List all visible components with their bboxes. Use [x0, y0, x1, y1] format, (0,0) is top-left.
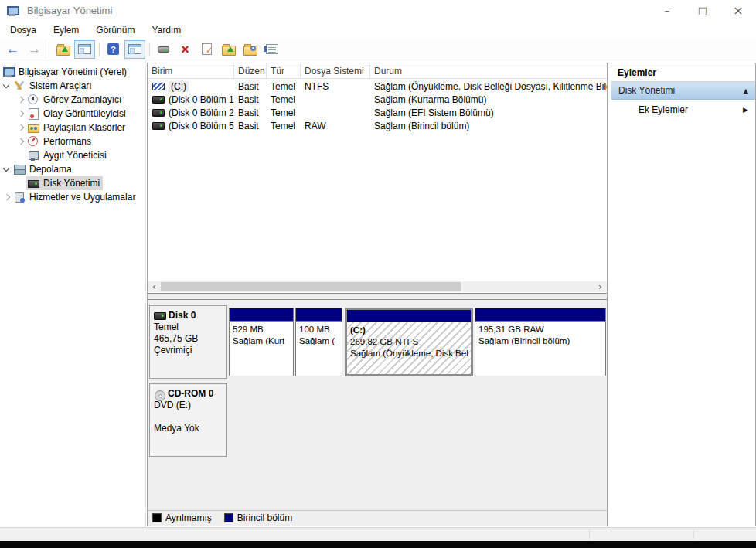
- collapse-icon[interactable]: ▲: [744, 87, 748, 94]
- tree-item-label: Olay Görüntüleyicisi: [43, 108, 126, 119]
- maximize-button[interactable]: □: [685, 0, 720, 21]
- status-bar: [0, 527, 756, 541]
- partition-recovery[interactable]: 529 MB Sağlam (Kurt: [229, 308, 294, 376]
- chevron-expanded-icon[interactable]: [2, 164, 12, 175]
- chevron-collapsed-icon[interactable]: [15, 136, 26, 147]
- volume-row-part5[interactable]: (Disk 0 Bölüm 5) Basit Temel RAW Sağlam …: [148, 119, 607, 132]
- help-button[interactable]: ?: [103, 40, 124, 59]
- title-bar: Bilgisayar Yönetimi – □ ×: [0, 0, 756, 21]
- computer-icon: [2, 66, 15, 78]
- partition-c-selected[interactable]: (C:) 269,82 GB NTFS Sağlam (Önyükleme, D…: [345, 308, 473, 376]
- back-button[interactable]: ←: [2, 40, 23, 59]
- disk0-label-box[interactable]: Disk 0 Temel 465,75 GB Çevrimiçi: [149, 305, 227, 379]
- chevron-collapsed-icon[interactable]: [15, 94, 26, 105]
- column-header-dosya-sistemi[interactable]: Dosya Sistemi: [301, 63, 370, 79]
- disk-icon: [154, 312, 166, 320]
- properties-button[interactable]: [153, 40, 174, 59]
- verify-button[interactable]: ✓: [196, 40, 217, 59]
- volume-list: (C:) Basit Temel NTFS Sağlam (Önyükleme,…: [148, 80, 607, 132]
- legend-primary-partition: Birincil bölüm: [224, 512, 292, 523]
- storage-icon: [13, 163, 26, 175]
- show-console-tree-button[interactable]: [74, 40, 95, 59]
- menu-eylem[interactable]: Eylem: [45, 22, 87, 38]
- action-item-more-actions[interactable]: Ek Eylemler ▶: [611, 100, 755, 119]
- show-action-pane-icon: [128, 44, 141, 54]
- scroll-left-icon[interactable]: ‹: [148, 281, 161, 292]
- chevron-collapsed-icon[interactable]: [2, 192, 12, 203]
- window-title: Bilgisayar Yönetimi: [27, 5, 112, 16]
- tree-item-computer-management[interactable]: Bilgisayar Yönetimi (Yerel): [0, 65, 145, 79]
- tree-item-performance[interactable]: Performans: [0, 134, 145, 148]
- volume-name: (Disk 0 Bölüm 2): [169, 107, 234, 118]
- open-folder-icon: [222, 44, 235, 54]
- window-controls: – □ ×: [649, 0, 756, 21]
- chevron-collapsed-icon[interactable]: [15, 108, 26, 119]
- app-icon: [6, 5, 19, 17]
- tree-item-disk-management[interactable]: Disk Yönetimi: [0, 176, 145, 190]
- primary-partition-swatch: [224, 513, 233, 522]
- actions-group-title: Disk Yönetimi: [618, 85, 744, 96]
- volume-row-c[interactable]: (C:) Basit Temel NTFS Sağlam (Önyükleme,…: [148, 80, 607, 93]
- tree-item-label: Sistem Araçları: [29, 80, 92, 91]
- disk-name: Disk 0: [169, 310, 196, 322]
- tree-item-device-manager[interactable]: Aygıt Yöneticisi: [0, 148, 145, 162]
- show-action-pane-button[interactable]: [124, 40, 145, 59]
- cdrom0-label-box[interactable]: CD-ROM 0 DVD (E:) Medya Yok: [149, 383, 227, 457]
- partition-efi[interactable]: 100 MB Sağlam (: [295, 308, 342, 376]
- scroll-right-icon[interactable]: ›: [594, 281, 607, 292]
- partition-raw[interactable]: 195,31 GB RAW Sağlam (Birincil bölüm): [475, 308, 606, 376]
- menu-dosya[interactable]: Dosya: [2, 22, 45, 38]
- checklist-button[interactable]: [261, 40, 282, 59]
- disk-type: Temel: [154, 322, 223, 333]
- legend-label: Ayrılmamış: [165, 512, 212, 523]
- partition-color-bar: [347, 310, 471, 322]
- pane-splitter[interactable]: [148, 293, 607, 300]
- disk-size: 465,75 GB: [154, 333, 223, 345]
- tree-item-event-viewer[interactable]: Olay Görüntüleyicisi: [0, 107, 145, 121]
- toolbar: ← → ? × ✓: [0, 39, 756, 60]
- tree-item-system-tools[interactable]: Sistem Araçları: [0, 79, 145, 93]
- volume-status: Sağlam (Kurtarma Bölümü): [370, 93, 607, 106]
- find-button[interactable]: [240, 40, 261, 59]
- column-header-tur[interactable]: Tür: [267, 63, 301, 79]
- minimize-button[interactable]: –: [649, 0, 685, 21]
- column-header-birim[interactable]: Birim: [148, 63, 234, 79]
- volume-row-part1[interactable]: (Disk 0 Bölüm 1) Basit Temel Sağlam (Kur…: [148, 93, 607, 106]
- back-icon: ←: [6, 43, 19, 56]
- tree-item-label: Depolama: [29, 164, 72, 175]
- volume-layout: Basit: [234, 80, 267, 93]
- tree-item-storage[interactable]: Depolama: [0, 162, 145, 176]
- scrollbar-thumb[interactable]: [161, 282, 461, 291]
- delete-button[interactable]: ×: [175, 40, 196, 59]
- forward-button[interactable]: →: [24, 40, 45, 59]
- tree-item-task-scheduler[interactable]: Görev Zamanlayıcı: [0, 93, 145, 107]
- tree-item-label: Görev Zamanlayıcı: [43, 94, 121, 105]
- chevron-expanded-icon[interactable]: [2, 80, 12, 91]
- spacer: [154, 411, 223, 423]
- help-icon: ?: [107, 43, 119, 55]
- actions-pane-title: Eylemler: [611, 63, 755, 82]
- forward-icon: →: [28, 43, 41, 56]
- unallocated-swatch: [152, 513, 162, 522]
- partition-label: (C:): [350, 325, 468, 336]
- volume-fs: NTFS: [301, 80, 370, 93]
- chevron-collapsed-icon[interactable]: [15, 122, 26, 133]
- tree-item-shared-folders[interactable]: Paylaşılan Klasörler: [0, 121, 145, 134]
- menu-yardim[interactable]: Yardım: [143, 22, 189, 38]
- partition-size: 269,82 GB NTFS: [350, 336, 468, 348]
- tree-item-services-applications[interactable]: Hizmetler ve Uygulamalar: [0, 190, 145, 204]
- column-header-durum[interactable]: Durum: [370, 63, 607, 79]
- verify-icon: ✓: [202, 43, 212, 55]
- column-header-duzen[interactable]: Düzen: [234, 63, 267, 79]
- partition-size: 100 MB: [299, 324, 339, 335]
- export-list-button[interactable]: [53, 40, 73, 59]
- menu-gorunum[interactable]: Görünüm: [87, 22, 143, 38]
- volume-row-part2[interactable]: (Disk 0 Bölüm 2) Basit Temel Sağlam (EFI…: [148, 106, 607, 119]
- volume-layout: Basit: [234, 106, 267, 119]
- close-button[interactable]: ×: [720, 0, 756, 21]
- horizontal-scrollbar[interactable]: ‹ ›: [148, 281, 607, 292]
- device-manager-icon: [27, 149, 39, 162]
- actions-group-disk-management[interactable]: Disk Yönetimi ▲: [611, 82, 755, 100]
- action-item-label: Ek Eylemler: [639, 104, 743, 115]
- open-folder-button[interactable]: [218, 40, 239, 59]
